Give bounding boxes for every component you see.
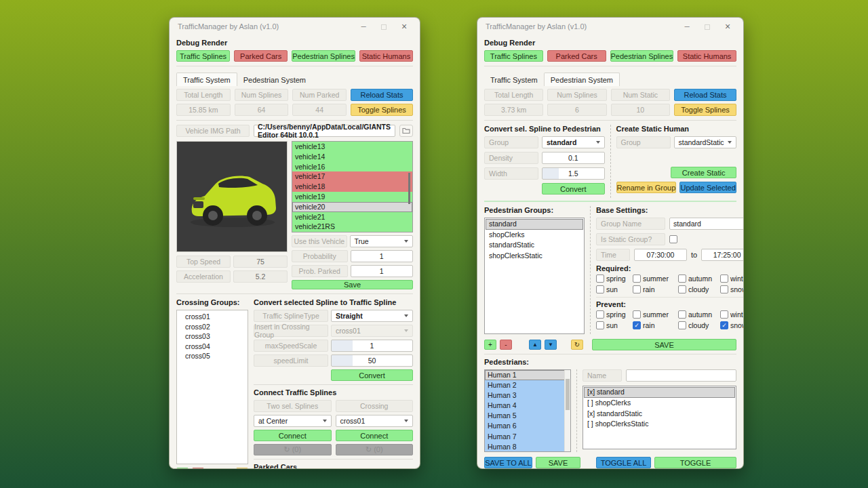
connect-splines-button[interactable]: Connect: [254, 430, 332, 441]
create-static-button[interactable]: Create Static: [671, 167, 736, 178]
assignment-item[interactable]: [ ] shopClerksStatic: [584, 419, 735, 430]
spline-type-select[interactable]: Straight: [331, 310, 413, 322]
parked-cars-toggle-button[interactable]: Parked Cars: [547, 50, 606, 62]
tab-traffic-system[interactable]: Traffic System: [484, 73, 544, 86]
maximize-icon[interactable]: [697, 18, 717, 35]
vehicle-img-path-field[interactable]: C:/Users/benny/AppData/Local/GIANTS Edit…: [254, 125, 395, 137]
static-humans-toggle-button[interactable]: Static Humans: [359, 50, 413, 62]
move-group-up-button[interactable]: ▲: [529, 340, 541, 350]
toggle-all-button[interactable]: TOGGLE ALL: [596, 457, 651, 468]
add-pedestrian-group-button[interactable]: +: [484, 340, 496, 350]
vehicle-list-item[interactable]: vehicle21: [292, 212, 412, 222]
add-crossing-group-button[interactable]: +: [176, 468, 189, 469]
required-autumn-checkbox[interactable]: autumn: [678, 274, 717, 283]
reload-stats-button[interactable]: Reload Stats: [351, 89, 413, 101]
maximize-icon[interactable]: [374, 18, 394, 35]
toggle-splines-button[interactable]: Toggle Splines: [674, 104, 736, 116]
close-icon[interactable]: ×: [394, 18, 414, 35]
update-selected-button[interactable]: Update Selected: [679, 182, 736, 193]
parked-cars-toggle-button[interactable]: Parked Cars: [234, 50, 288, 62]
use-vehicle-select[interactable]: True: [350, 235, 414, 247]
crossing-group-item[interactable]: cross05: [177, 351, 248, 361]
tab-pedestrian-system[interactable]: Pedestrian System: [544, 73, 620, 86]
prevent-winter-checkbox[interactable]: winter: [720, 310, 744, 319]
pedestrian-item[interactable]: Human 7: [485, 432, 565, 442]
pedestrian-item[interactable]: Human 2: [485, 380, 565, 390]
remove-pedestrian-group-button[interactable]: -: [500, 340, 512, 350]
prevent-snow-checkbox[interactable]: snow: [720, 321, 744, 329]
insert-crossing-group-select[interactable]: cross01: [331, 325, 413, 337]
max-speed-scale-field[interactable]: 1: [331, 340, 413, 352]
pedestrian-item[interactable]: Human 8: [485, 442, 565, 452]
pedestrian-item[interactable]: Human 5: [485, 411, 565, 421]
pedestrian-item-selected[interactable]: Human 1: [485, 370, 565, 380]
traffic-splines-toggle-button[interactable]: Traffic Splines: [484, 50, 543, 62]
pedestrian-group-item-selected[interactable]: standard: [486, 219, 583, 230]
assignment-item[interactable]: [x] standardStatic: [584, 409, 735, 420]
pedestrian-item[interactable]: Human 3: [485, 390, 565, 401]
vehicle-list-item[interactable]: vehicle14: [292, 152, 412, 162]
undo-connect-crossing-button[interactable]: ↻ (0): [336, 444, 414, 455]
required-snow-checkbox[interactable]: snow: [720, 285, 744, 293]
remove-crossing-group-button[interactable]: -: [192, 468, 204, 469]
close-icon[interactable]: ×: [717, 18, 738, 35]
pedestrian-group-item[interactable]: shopClerksStatic: [486, 251, 583, 262]
assignment-item-selected[interactable]: [x] standard: [584, 387, 735, 398]
prevent-summer-checkbox[interactable]: summer: [633, 310, 675, 319]
pedestrian-group-select[interactable]: standard: [542, 136, 605, 148]
vehicle-list-scrollbar[interactable]: [408, 173, 410, 204]
vehicle-list-item[interactable]: vehicle13: [292, 142, 412, 152]
toggle-splines-button[interactable]: Toggle Splines: [351, 104, 413, 116]
minimize-icon[interactable]: –: [677, 18, 697, 35]
reload-stats-button[interactable]: Reload Stats: [674, 89, 736, 101]
browse-folder-button[interactable]: [399, 125, 413, 137]
prevent-cloudy-checkbox[interactable]: cloudy: [678, 321, 717, 329]
density-field[interactable]: 0.1: [542, 152, 605, 164]
pedestrian-splines-toggle-button[interactable]: Pedestrian Splines: [610, 50, 674, 62]
pedestrians-scrollbar[interactable]: [564, 370, 570, 451]
required-sun-checkbox[interactable]: sun: [596, 285, 630, 293]
tab-pedestrian-system[interactable]: Pedestrian System: [237, 73, 312, 86]
probability-field[interactable]: 1: [351, 250, 414, 262]
is-static-group-checkbox[interactable]: [669, 235, 677, 243]
save-group-button[interactable]: SAVE: [592, 339, 736, 350]
prevent-spring-checkbox[interactable]: spring: [596, 310, 630, 319]
vehicle-list-item-selected[interactable]: vehicle20: [292, 202, 412, 212]
prevent-autumn-checkbox[interactable]: autumn: [678, 310, 717, 319]
static-group-select[interactable]: standardStatic: [674, 136, 737, 148]
save-pedestrian-button[interactable]: SAVE: [536, 457, 580, 468]
static-humans-toggle-button[interactable]: Static Humans: [677, 50, 736, 62]
convert-pedestrian-button[interactable]: Convert: [542, 183, 605, 195]
save-to-all-button[interactable]: SAVE TO ALL: [484, 457, 532, 468]
tab-traffic-system[interactable]: Traffic System: [176, 73, 237, 86]
pedestrian-name-field[interactable]: [626, 369, 736, 382]
pedestrian-group-item[interactable]: shopClerks: [486, 230, 583, 241]
required-rain-checkbox[interactable]: rain: [633, 285, 675, 293]
prevent-sun-checkbox[interactable]: sun: [596, 321, 630, 329]
vehicle-list-item[interactable]: vehicle21RS: [292, 222, 412, 232]
connect-crossing-select[interactable]: cross01: [336, 415, 414, 427]
scrollbar-thumb[interactable]: [566, 379, 570, 410]
refresh-crossing-groups-button[interactable]: ↻: [236, 468, 248, 469]
pedestrian-group-item[interactable]: standardStatic: [486, 240, 583, 251]
refresh-groups-button[interactable]: ↻: [571, 340, 583, 350]
time-to-field[interactable]: 17:25:00: [701, 249, 744, 261]
convert-spline-button[interactable]: Convert: [331, 369, 413, 381]
titlebar[interactable]: TrafficManager by Aslan (v1.0) – ×: [170, 18, 420, 35]
traffic-splines-toggle-button[interactable]: Traffic Splines: [176, 50, 230, 62]
crossing-group-item[interactable]: cross03: [177, 331, 248, 342]
required-summer-checkbox[interactable]: summer: [633, 274, 675, 283]
prob-parked-field[interactable]: 1: [351, 265, 414, 277]
required-spring-checkbox[interactable]: spring: [596, 274, 630, 283]
pedestrian-splines-toggle-button[interactable]: Pedestrian Splines: [292, 50, 355, 62]
rename-in-group-button[interactable]: Rename in Group: [616, 182, 677, 193]
required-winter-checkbox[interactable]: winter: [720, 274, 744, 283]
vehicle-list-item[interactable]: vehicle16: [292, 162, 412, 172]
vehicle-list-item[interactable]: vehicle18: [292, 182, 412, 192]
speed-limit-field[interactable]: 50: [331, 354, 413, 367]
prevent-rain-checkbox[interactable]: rain: [633, 321, 675, 329]
crossing-group-item[interactable]: cross01: [177, 312, 248, 322]
crossing-group-item[interactable]: cross02: [177, 322, 248, 332]
vehicle-list-item[interactable]: vehicle19: [292, 192, 412, 202]
save-vehicle-button[interactable]: Save: [292, 280, 413, 289]
